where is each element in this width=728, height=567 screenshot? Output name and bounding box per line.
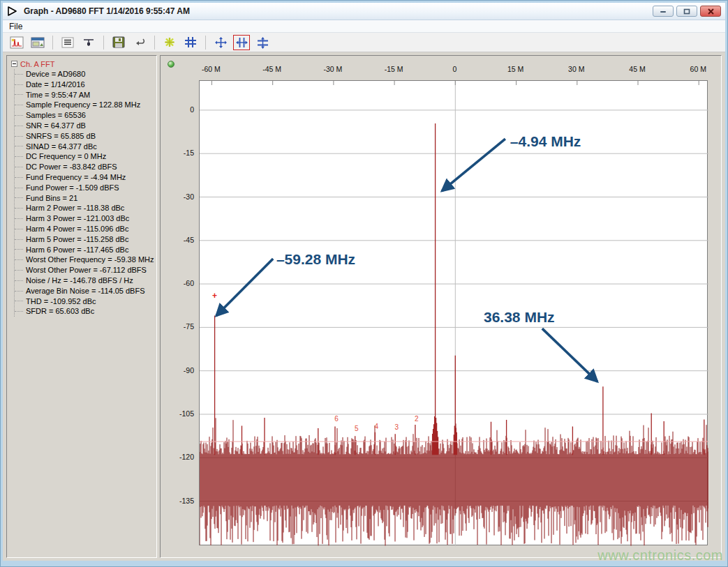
tree-item[interactable]: SNR = 64.377 dB <box>15 121 156 131</box>
harmonic-label: 5 <box>355 425 359 432</box>
toolbar-separator <box>103 36 104 50</box>
tree-item[interactable]: Harm 6 Power = -117.465 dBc <box>15 245 156 255</box>
y-axis-label: -15 <box>161 149 194 157</box>
annotation-arrow <box>542 328 597 381</box>
tree-item[interactable]: Samples = 65536 <box>15 110 156 121</box>
save-button[interactable] <box>110 35 127 50</box>
tree-item[interactable]: DC Power = -83.842 dBFS <box>15 162 156 172</box>
minimize-button[interactable] <box>653 6 674 17</box>
tree-item[interactable]: SNRFS = 65.885 dB <box>15 131 156 142</box>
tree-item[interactable]: Time = 9:55:47 AM <box>15 90 156 100</box>
y-axis-label: -60 <box>161 279 194 287</box>
x-axis-label: 15 M <box>507 65 523 73</box>
y-axis-label: -120 <box>161 453 194 461</box>
x-axis-label: -45 M <box>262 65 281 73</box>
tree-item[interactable]: Date = 1/14/2016 <box>15 80 156 90</box>
tree-item[interactable]: Worst Other Power = -67.112 dBFS <box>15 265 156 275</box>
x-axis-label: -60 M <box>202 65 221 73</box>
tree-item[interactable]: Fund Power = -1.509 dBFS <box>15 183 156 193</box>
tree-item[interactable]: Average Bin Noise = -114.05 dBFS <box>15 286 156 296</box>
y-axis-label: -90 <box>161 366 194 375</box>
fft-plot-button[interactable] <box>8 35 25 50</box>
toolbar-separator <box>154 36 155 50</box>
tree-root-label: Ch. A FFT <box>20 60 55 68</box>
y-axis-label: -135 <box>161 497 194 505</box>
workspace: Ch. A FFT Device = AD9680Date = 1/14/201… <box>3 52 725 561</box>
results-tree: Ch. A FFT Device = AD9680Date = 1/14/201… <box>7 56 156 317</box>
fft-plot[interactable]: 23456+–4.94 MHz–59.28 MHz36.38 MHz <box>200 81 708 546</box>
app-play-icon <box>7 6 20 17</box>
marker-button[interactable] <box>161 35 178 50</box>
annotation-arrow <box>216 259 273 316</box>
collapse-icon[interactable] <box>11 61 17 67</box>
tree-item[interactable]: THD = -109.952 dBc <box>15 296 156 307</box>
grid-button[interactable] <box>182 35 199 50</box>
harmonic-label: 4 <box>375 423 379 430</box>
x-axis-label: 45 M <box>629 65 645 73</box>
x-axis-label: 0 <box>452 65 456 73</box>
annotation-label: –4.94 MHz <box>510 133 581 149</box>
tree-item[interactable]: Harm 4 Power = -115.096 dBc <box>15 224 156 234</box>
title-bar[interactable]: Graph - AD9680 FFT 1/14/2016 9:55:47 AM <box>3 3 725 20</box>
x-axis-label: 60 M <box>690 65 706 73</box>
watermark: www.cntronics.com <box>597 547 723 564</box>
tree-item[interactable]: Noise / Hz = -146.78 dBFS / Hz <box>15 275 156 286</box>
zoom-x-button[interactable] <box>233 35 250 50</box>
plot-area[interactable]: 23456+–4.94 MHz–59.28 MHz36.38 MHz <box>199 80 708 545</box>
window-title: Graph - AD9680 FFT 1/14/2016 9:55:47 AM <box>24 6 190 16</box>
zoom-y-button[interactable] <box>254 35 271 50</box>
list-view-button[interactable] <box>59 35 76 50</box>
harmonic-label: 6 <box>334 415 339 423</box>
toolbar-separator <box>52 36 53 50</box>
tree-item[interactable]: SINAD = 64.377 dBc <box>15 142 156 152</box>
y-axis-label: -45 <box>161 236 194 244</box>
toolbar-separator <box>205 36 206 50</box>
tree-item[interactable]: Device = AD9680 <box>15 69 156 80</box>
harmonic-label: 2 <box>415 415 419 423</box>
print-export-button[interactable] <box>131 35 148 50</box>
toolbar <box>3 33 725 52</box>
annotation-label: 36.38 MHz <box>484 309 555 325</box>
y-axis-label: 0 <box>161 105 194 114</box>
status-led-icon <box>168 61 174 68</box>
tree-item[interactable]: DC Frequency = 0 MHz <box>15 151 156 162</box>
y-axis-label: -30 <box>161 192 194 201</box>
tree-items: Device = AD9680Date = 1/14/2016Time = 9:… <box>14 69 156 317</box>
x-axis-label: -15 M <box>385 65 403 73</box>
tree-item[interactable]: Harm 5 Power = -115.258 dBc <box>15 234 156 245</box>
tree-item[interactable]: Fund Frequency = -4.94 MHz <box>15 172 156 183</box>
x-axis-label: 30 M <box>568 65 584 73</box>
tree-item[interactable]: Sample Frequency = 122.88 MHz <box>15 100 156 110</box>
tree-item[interactable]: Fund Bins = 21 <box>15 193 156 204</box>
maximize-button[interactable] <box>676 6 697 17</box>
results-tree-panel: Ch. A FFT Device = AD9680Date = 1/14/201… <box>6 55 157 558</box>
annotation-label: –59.28 MHz <box>276 251 355 267</box>
y-axis-label: -105 <box>161 409 194 418</box>
close-button[interactable] <box>700 6 721 17</box>
worst-spur-marker: + <box>212 291 217 301</box>
tree-item[interactable]: Harm 3 Power = -121.003 dBc <box>15 213 156 224</box>
fft-peaks <box>215 123 704 455</box>
graph-panel: -60 M-45 M-30 M-15 M015 M30 M45 M60 M 0-… <box>160 55 722 558</box>
x-axis-label: -30 M <box>323 65 342 73</box>
tree-item[interactable]: Harm 2 Power = -118.38 dBc <box>15 203 156 213</box>
y-axis-label: -75 <box>161 322 194 331</box>
tree-item[interactable]: SFDR = 65.603 dBc <box>15 306 156 317</box>
menu-bar: File <box>3 20 725 33</box>
pan-button[interactable] <box>212 35 229 50</box>
harmonic-label: 3 <box>394 423 399 431</box>
tree-item[interactable]: Worst Other Frequency = -59.38 MHz <box>15 255 156 265</box>
application-window: Graph - AD9680 FFT 1/14/2016 9:55:47 AM … <box>0 0 728 567</box>
tree-root-row[interactable]: Ch. A FFT <box>11 59 156 69</box>
image-export-button[interactable] <box>29 35 46 50</box>
menu-file[interactable]: File <box>3 22 29 31</box>
cursor-legend-button[interactable] <box>80 35 97 50</box>
annotation-arrow <box>442 139 505 191</box>
